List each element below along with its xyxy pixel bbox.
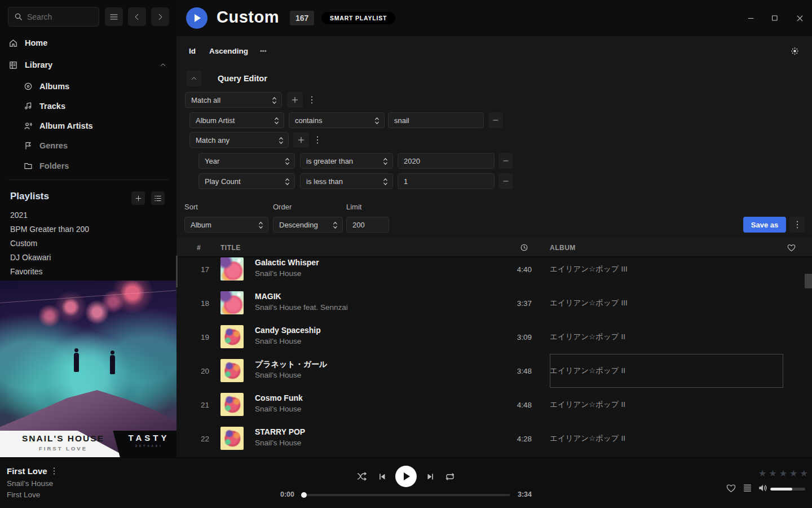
save-as-button[interactable]: Save as [743,217,786,233]
playlist-item-custom[interactable]: Custom [10,239,37,248]
match-any-select[interactable]: Match any [189,132,289,148]
playlist-item-bpm[interactable]: BPM Greater than 200 [10,225,89,234]
playlist-list-options-button[interactable] [151,191,165,205]
volume-slider[interactable] [770,488,805,491]
rule2-value-input[interactable]: 2020 [398,153,495,169]
column-header-favorite[interactable] [787,238,796,257]
track-artist[interactable]: Snail’s House feat. Sennzai [255,303,348,312]
rule1-remove-button[interactable] [488,112,503,128]
sort-field-button[interactable]: Id [189,36,196,65]
track-album-focused-cell[interactable]: エイリアン☆ポップ II [550,354,783,388]
nav-back-button[interactable] [128,7,146,26]
track-title[interactable]: Galactic Whisper [255,258,319,267]
sidebar-item-tracks[interactable]: Tracks [0,97,176,116]
mute-button[interactable] [758,483,768,493]
chevron-up-icon[interactable] [160,62,166,68]
track-artist[interactable]: Snail’s House [255,337,301,345]
rule1-field-select[interactable]: Album Artist [189,112,284,128]
rule2-operator-select[interactable]: is greater than [300,153,393,169]
next-track-button[interactable] [422,468,438,484]
seek-bar[interactable] [302,494,510,496]
dots-vertical-icon[interactable] [53,467,55,475]
track-title[interactable]: プラネット・ガール [255,360,327,370]
play-playlist-button[interactable] [186,7,208,29]
track-title[interactable]: STARRY POP [255,427,305,436]
track-album[interactable]: エイリアン☆ポップ III [550,252,783,286]
column-header-index[interactable]: # [197,238,201,257]
queue-button[interactable] [743,484,752,493]
repeat-button[interactable] [442,468,458,484]
track-title[interactable]: Candy Spaceship [255,326,321,335]
rule3-operator-select[interactable]: is less than [300,173,393,189]
rule3-value-input[interactable]: 1 [398,173,495,189]
table-row[interactable]: 22 STARRY POP Snail’s House 4:28 エイリアン☆ポ… [176,422,812,456]
track-artist[interactable]: Snail’s House [255,439,301,447]
column-header-duration[interactable] [520,238,528,257]
menu-button[interactable] [105,7,123,26]
limit-input[interactable]: 200 [346,217,389,233]
rating-stars[interactable]: ★★★★★ [758,468,810,479]
sidebar-item-folders[interactable]: Folders [0,156,176,176]
app-window: Search Home Library Albums Tracks [0,0,812,508]
track-number: 20 [183,354,209,388]
previous-track-button[interactable] [374,468,390,484]
sidebar-scrollbar-thumb[interactable] [176,256,178,287]
track-album[interactable]: エイリアン☆ポップ II [550,422,783,456]
sidebar-item-library[interactable]: Library [0,55,176,75]
add-playlist-button[interactable] [131,191,145,205]
table-row[interactable]: 18 MAGIK Snail’s House feat. Sennzai 3:3… [176,286,812,320]
playlist-item-2021[interactable]: 2021 [10,211,28,220]
sort-select[interactable]: Album [184,217,268,233]
track-title[interactable]: MAGIK [255,292,281,301]
track-artist[interactable]: Snail’s House [255,405,301,413]
settings-button[interactable] [790,46,800,56]
track-artist[interactable]: Snail’s House [255,371,301,379]
table-row[interactable]: 21 Cosmo Funk Snail’s House 4:48 エイリアン☆ポ… [176,388,812,422]
search-input[interactable]: Search [8,7,99,27]
rule1-value-input[interactable]: snail [388,112,484,128]
now-playing-artist[interactable]: Snail’s House [7,479,53,488]
window-maximize-button[interactable] [766,10,783,27]
query-editor-collapse-button[interactable] [186,71,202,86]
rule-group-menu-button[interactable] [306,92,317,108]
favorite-button[interactable] [726,484,736,493]
column-header-title[interactable]: TITLE [220,238,241,257]
more-options-button[interactable]: ••• [260,36,267,65]
window-minimize-button[interactable] [742,10,759,27]
rule3-field-select[interactable]: Play Count [198,173,295,189]
play-pause-button[interactable] [395,466,417,487]
order-select[interactable]: Descending [273,217,343,233]
add-rule-button[interactable] [287,92,303,108]
group-menu-button[interactable] [312,132,323,148]
sort-order-button[interactable]: Ascending [209,36,248,65]
query-menu-button[interactable] [789,217,805,233]
sidebar-item-album-artists[interactable]: Album Artists [0,116,176,135]
track-title[interactable]: Cosmo Funk [255,393,303,402]
table-row[interactable]: 17 Galactic Whisper Snail’s House 4:40 エ… [176,252,812,286]
rule1-operator-select[interactable]: contains [289,112,385,128]
sidebar-item-home[interactable]: Home [0,33,176,52]
track-album[interactable]: エイリアン☆ポップ III [550,286,783,320]
window-close-button[interactable] [791,10,808,27]
track-artist[interactable]: Snail’s House [255,269,301,278]
sidebar-item-genres[interactable]: Genres [0,136,176,155]
table-scrollbar-thumb[interactable] [805,274,812,288]
table-row[interactable]: 20 プラネット・ガール Snail’s House 3:48 エイリアン☆ポッ… [176,354,812,388]
rule2-remove-button[interactable] [498,153,513,169]
add-group-rule-button[interactable] [293,132,309,148]
table-row[interactable]: 19 Candy Spaceship Snail’s House 3:09 エイ… [176,320,812,354]
rule3-remove-button[interactable] [498,173,513,189]
nav-forward-button[interactable] [151,7,169,26]
sidebar-item-albums[interactable]: Albums [0,77,176,96]
column-header-album[interactable]: ALBUM [550,238,576,257]
track-album[interactable]: エイリアン☆ポップ II [550,388,783,422]
now-playing-album[interactable]: First Love [7,491,40,499]
match-all-select[interactable]: Match all [185,92,282,108]
track-album[interactable]: エイリアン☆ポップ II [550,320,783,354]
rule2-field-select[interactable]: Year [198,153,295,169]
now-playing-title[interactable]: First Love [7,466,47,476]
playlist-item-favorites[interactable]: Favorites [10,267,43,276]
shuffle-button[interactable] [354,468,370,484]
playlist-item-dj-okawari[interactable]: DJ Okawari [10,253,51,262]
seek-knob[interactable] [301,492,307,498]
